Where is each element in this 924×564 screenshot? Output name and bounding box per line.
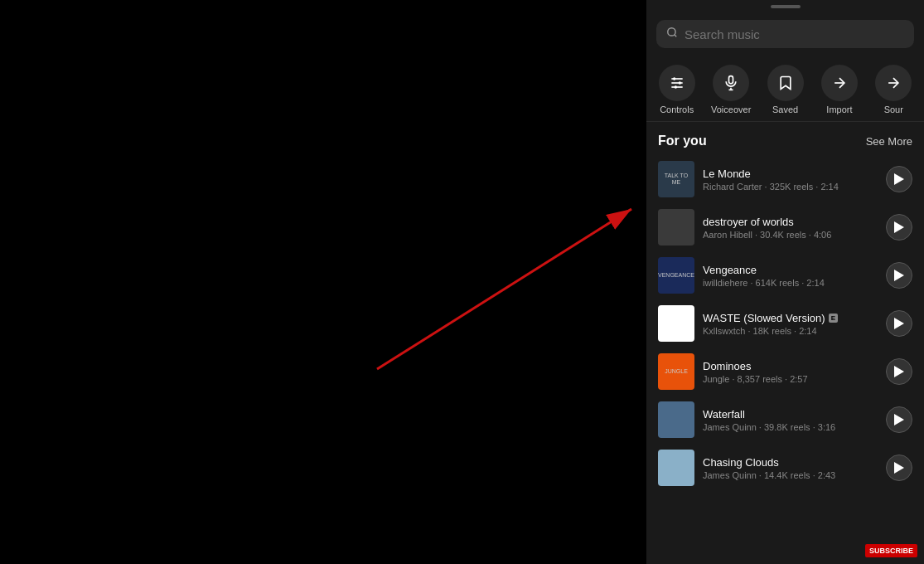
svg-point-2 [668,28,675,36]
svg-marker-17 [894,270,904,281]
music-thumbnail [658,209,694,246]
music-meta: James Quinn · 14.4K reels · 2:43 [703,470,878,480]
music-item[interactable]: Waterfall James Quinn · 39.8K reels · 3:… [653,396,917,444]
play-button[interactable] [886,455,912,481]
svg-line-1 [377,209,631,369]
import-label: Import [826,105,852,114]
svg-marker-18 [894,318,904,329]
music-item[interactable]: WASTE (Slowed Version) E Kxllswxtch · 18… [653,299,917,348]
music-item[interactable]: TALK TO ME Le Monde Richard Carter · 325… [653,155,917,203]
controls-label: Controls [660,105,694,114]
action-saved[interactable]: Saved [761,61,810,118]
svg-line-3 [675,35,677,37]
svg-point-7 [673,77,675,80]
svg-rect-10 [729,76,733,84]
music-info: Le Monde Richard Carter · 325K reels · 2… [703,168,878,192]
music-thumbnail: TALK TO ME [658,161,694,197]
music-title: Waterfall [703,408,878,421]
drag-handle-bar [771,5,801,8]
music-thumbnail [658,305,694,342]
svg-marker-21 [894,462,904,474]
controls-icon-circle [659,65,695,101]
music-title: Chasing Clouds [703,456,878,469]
music-thumbnail: JUNGLE [658,353,694,390]
play-button[interactable] [886,358,912,385]
svg-marker-16 [894,221,904,233]
action-sounds[interactable]: Sour [868,61,918,118]
music-info: Waterfall James Quinn · 39.8K reels · 3:… [703,408,878,432]
action-controls[interactable]: Controls [652,61,702,118]
svg-marker-15 [894,173,904,185]
saved-icon-circle [767,65,804,101]
action-import[interactable]: Import [815,61,864,118]
svg-marker-20 [894,414,904,425]
music-info: Vengeance iwilldiehere · 614K reels · 2:… [703,264,878,288]
main-content-area [0,0,646,564]
section-header: For you See More [646,122,924,155]
music-item[interactable]: Chasing Clouds James Quinn · 14.4K reels… [653,444,917,492]
subscribe-badge[interactable]: SUBSCRIBE [865,544,917,557]
music-item[interactable]: destroyer of worlds Aaron Hibell · 30.4K… [653,203,917,251]
play-button[interactable] [886,310,912,337]
action-voiceover[interactable]: Voiceover [706,61,756,118]
music-meta: James Quinn · 39.8K reels · 3:16 [703,422,878,432]
music-list: TALK TO ME Le Monde Richard Carter · 325… [646,155,924,564]
music-meta: Jungle · 8,357 reels · 2:57 [703,374,878,384]
sounds-icon-circle [875,65,912,101]
saved-label: Saved [772,105,798,114]
sounds-label: Sour [884,105,903,114]
voiceover-label: Voiceover [711,105,751,114]
music-thumbnail [658,401,694,438]
music-title: Vengeance [703,264,878,276]
music-title: Dominoes [703,360,878,372]
music-thumbnail: VENGEANCE [658,257,694,294]
import-icon-circle [821,65,858,101]
svg-point-8 [678,81,680,84]
section-title: For you [658,134,707,148]
play-button[interactable] [886,214,912,241]
voiceover-icon-circle [713,65,749,101]
search-icon [666,27,678,41]
music-thumbnail [658,450,694,486]
see-more-button[interactable]: See More [866,135,912,148]
quick-actions-bar: Controls Voiceover Saved [646,55,924,122]
play-button[interactable] [886,406,912,433]
music-meta: Aaron Hibell · 30.4K reels · 4:06 [703,230,878,240]
music-info: Dominoes Jungle · 8,357 reels · 2:57 [703,360,878,384]
music-meta: Richard Carter · 325K reels · 2:14 [703,182,878,192]
svg-point-9 [674,85,676,88]
explicit-badge: E [829,314,838,323]
music-item[interactable]: JUNGLE Dominoes Jungle · 8,357 reels · 2… [653,348,917,396]
music-meta: iwilldiehere · 614K reels · 2:14 [703,278,878,288]
music-title: destroyer of worlds [703,216,878,228]
music-title: Le Monde [703,168,878,180]
music-panel: Controls Voiceover Saved [646,0,924,564]
music-info: WASTE (Slowed Version) E Kxllswxtch · 18… [703,312,878,336]
music-meta: Kxllswxtch · 18K reels · 2:14 [703,326,878,336]
music-info: destroyer of worlds Aaron Hibell · 30.4K… [703,216,878,240]
search-bar[interactable] [656,20,914,48]
play-button[interactable] [886,166,912,192]
music-title: WASTE (Slowed Version) E [703,312,878,324]
music-info: Chasing Clouds James Quinn · 14.4K reels… [703,456,878,480]
arrow-annotation [0,0,646,564]
music-item[interactable]: VENGEANCE Vengeance iwilldiehere · 614K … [653,251,917,299]
svg-marker-19 [894,366,904,377]
drag-handle [646,0,924,10]
search-input[interactable] [685,27,904,41]
play-button[interactable] [886,262,912,289]
